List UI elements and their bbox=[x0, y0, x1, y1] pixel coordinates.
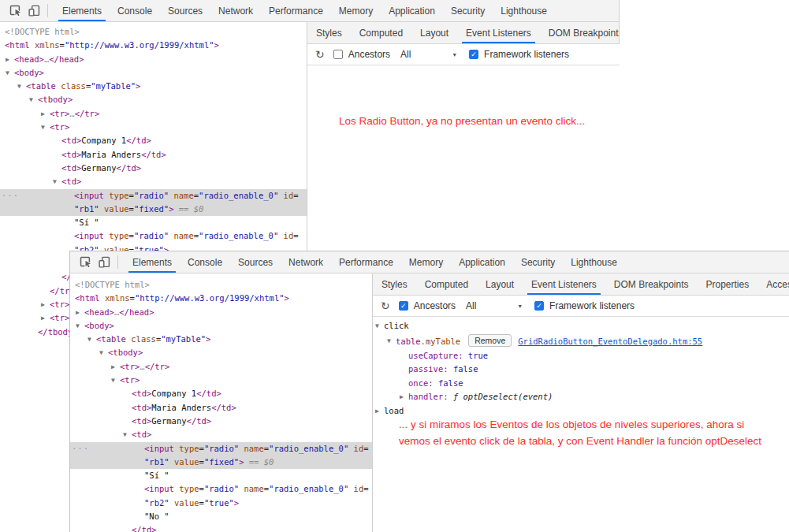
expand-arrow-down-icon[interactable]: ▼ bbox=[111, 374, 115, 387]
tab-performance[interactable]: Performance bbox=[261, 0, 331, 21]
expand-arrow-right-icon[interactable]: ▶ bbox=[76, 306, 80, 319]
refresh-icon[interactable]: ↻ bbox=[315, 49, 325, 60]
dom-tree-line[interactable]: ...<input type="radio" name="radio_enabl… bbox=[0, 189, 307, 203]
tab-lighthouse[interactable]: Lighthouse bbox=[563, 251, 625, 273]
source-link[interactable]: GridRadioButton_EventoDelegado.htm:55 bbox=[518, 337, 702, 346]
framework-listeners-checkbox[interactable] bbox=[469, 50, 478, 59]
expand-arrow-right-icon[interactable]: ▶ bbox=[375, 404, 379, 419]
dom-tree-line[interactable]: ...<input type="radio" name="radio_enabl… bbox=[70, 442, 372, 456]
dom-tree-line[interactable]: </td> bbox=[70, 523, 372, 532]
tab-console[interactable]: Console bbox=[180, 251, 230, 273]
expand-arrow-down-icon[interactable]: ▼ bbox=[387, 333, 391, 349]
side-tab-event-listeners[interactable]: Event Listeners bbox=[457, 22, 540, 43]
dom-tree-line[interactable]: "Sí " bbox=[70, 469, 372, 482]
tab-memory[interactable]: Memory bbox=[401, 251, 451, 273]
framework-listeners-checkbox[interactable] bbox=[534, 301, 544, 311]
dom-tree-line[interactable]: ▼<td> bbox=[0, 175, 307, 188]
refresh-icon[interactable]: ↻ bbox=[381, 300, 390, 311]
tab-elements[interactable]: Elements bbox=[125, 251, 180, 273]
tab-sources[interactable]: Sources bbox=[230, 251, 281, 273]
tab-elements[interactable]: Elements bbox=[54, 0, 110, 21]
expand-arrow-right-icon[interactable]: ▶ bbox=[6, 53, 9, 66]
device-toolbar-icon[interactable] bbox=[95, 253, 114, 272]
event-node-row[interactable]: ▼table.myTableRemoveGridRadioButton_Even… bbox=[373, 333, 789, 349]
expand-arrow-right-icon[interactable]: ▶ bbox=[41, 298, 45, 311]
dom-tree-line[interactable]: ▶<tr>…</tr> bbox=[0, 107, 307, 121]
expand-arrow-right-icon[interactable]: ▶ bbox=[41, 311, 45, 325]
dom-tree-line[interactable]: "Sí " bbox=[0, 216, 307, 229]
side-tab-dom-breakpoints[interactable]: DOM Breakpoints bbox=[605, 273, 698, 295]
dom-tree-line[interactable]: ▼<body> bbox=[0, 66, 307, 80]
side-tab-styles[interactable]: Styles bbox=[373, 273, 416, 295]
side-tab-properties[interactable]: Properties bbox=[698, 273, 758, 295]
event-filter-dropdown[interactable]: All ▼ bbox=[466, 300, 523, 311]
expand-arrow-down-icon[interactable]: ▼ bbox=[76, 319, 80, 333]
dom-tree-line[interactable]: <td>Company 1</td> bbox=[70, 387, 372, 400]
dom-tree-line[interactable]: ▼<tr> bbox=[70, 374, 372, 387]
tab-memory[interactable]: Memory bbox=[331, 0, 381, 21]
dom-tree-line[interactable]: ▶<tr>…</tr> bbox=[70, 360, 372, 374]
expand-arrow-down-icon[interactable]: ▼ bbox=[99, 346, 103, 359]
expand-arrow-down-icon[interactable]: ▼ bbox=[53, 175, 57, 188]
expand-arrow-down-icon[interactable]: ▼ bbox=[87, 333, 91, 346]
remove-listener-button[interactable]: Remove bbox=[468, 334, 512, 347]
side-tab-layout[interactable]: Layout bbox=[411, 22, 457, 43]
ancestors-checkbox[interactable] bbox=[399, 301, 408, 311]
dom-tree-line[interactable]: ▼<table class="myTable"> bbox=[70, 333, 372, 346]
tab-sources[interactable]: Sources bbox=[160, 0, 210, 21]
dom-tree-line[interactable]: "rb1" value="fixed"> == $0 bbox=[70, 456, 372, 469]
dom-tree-line[interactable]: ▼<tr> bbox=[0, 121, 307, 134]
tab-performance[interactable]: Performance bbox=[331, 251, 401, 273]
dom-tree-line[interactable]: <td>Maria Anders</td> bbox=[70, 401, 372, 415]
dom-tree-line[interactable]: ▼<tbody> bbox=[70, 346, 372, 359]
expand-arrow-down-icon[interactable]: ▼ bbox=[29, 93, 33, 106]
tab-network[interactable]: Network bbox=[281, 251, 331, 273]
dom-tree-line[interactable]: <html xmlns="http://www.w3.org/1999/xhtm… bbox=[0, 39, 307, 52]
tab-lighthouse[interactable]: Lighthouse bbox=[493, 0, 555, 21]
inspect-element-icon[interactable] bbox=[76, 253, 95, 272]
side-tab-layout[interactable]: Layout bbox=[477, 273, 523, 295]
dom-tree-line[interactable]: "No " bbox=[70, 510, 372, 523]
dom-tree-line[interactable]: ▶<head>…</head> bbox=[0, 53, 307, 66]
tab-application[interactable]: Application bbox=[451, 251, 513, 273]
dom-tree-line[interactable]: "rb1" value="fixed"> == $0 bbox=[0, 203, 307, 216]
expand-arrow-down-icon[interactable]: ▼ bbox=[375, 319, 379, 333]
side-tab-dom-breakpoints[interactable]: DOM Breakpoints bbox=[540, 22, 620, 43]
event-row-click[interactable]: ▼click bbox=[373, 319, 789, 333]
side-tab-event-listeners[interactable]: Event Listeners bbox=[523, 273, 605, 295]
side-tab-computed[interactable]: Computed bbox=[351, 22, 411, 43]
expand-arrow-down-icon[interactable]: ▼ bbox=[41, 121, 45, 134]
side-tab-styles[interactable]: Styles bbox=[307, 22, 351, 43]
tab-console[interactable]: Console bbox=[110, 0, 160, 21]
dom-tree-line[interactable]: "rb2" value="true"> bbox=[70, 497, 372, 510]
dom-tree-line[interactable]: <td>Germany</td> bbox=[70, 415, 372, 428]
event-prop-useCapture[interactable]: useCapture: true bbox=[373, 349, 789, 363]
tab-security[interactable]: Security bbox=[443, 0, 493, 21]
expand-arrow-right-icon[interactable]: ▶ bbox=[400, 390, 404, 404]
tab-application[interactable]: Application bbox=[381, 0, 443, 21]
expand-arrow-right-icon[interactable]: ▶ bbox=[41, 107, 45, 121]
tab-security[interactable]: Security bbox=[513, 251, 563, 273]
dom-tree-line[interactable]: ▼<tbody> bbox=[0, 93, 307, 106]
dom-tree-line[interactable]: <!DOCTYPE html> bbox=[0, 25, 307, 39]
device-toolbar-icon[interactable] bbox=[24, 2, 43, 20]
dom-tree-line[interactable]: ▶<head>…</head> bbox=[70, 306, 372, 319]
expand-arrow-down-icon[interactable]: ▼ bbox=[123, 428, 127, 441]
dom-tree-line[interactable]: ▼<body> bbox=[70, 319, 372, 333]
event-prop-handler[interactable]: ▶handler: ƒ optDeselect(event) bbox=[373, 390, 789, 404]
dom-tree-line[interactable]: <td>Germany</td> bbox=[0, 162, 307, 175]
dom-tree-line[interactable]: <input type="radio" name="radio_enable_0… bbox=[0, 229, 307, 243]
dom-tree-line[interactable]: <html xmlns="http://www.w3.org/1999/xhtm… bbox=[70, 292, 372, 305]
dom-tree-line[interactable]: <!DOCTYPE html> bbox=[70, 278, 372, 292]
expand-arrow-right-icon[interactable]: ▶ bbox=[111, 360, 115, 374]
tab-network[interactable]: Network bbox=[210, 0, 261, 21]
dom-tree-line[interactable]: <input type="radio" name="radio_enable_0… bbox=[70, 482, 372, 496]
dom-tree-line[interactable]: ▼<table class="myTable"> bbox=[0, 80, 307, 93]
dom-tree-line[interactable]: ▼<td> bbox=[70, 428, 372, 441]
dom-tree-line[interactable]: <td>Maria Anders</td> bbox=[0, 148, 307, 162]
side-tab-accessibility[interactable]: Accessibility bbox=[757, 273, 789, 295]
ancestors-checkbox[interactable] bbox=[333, 50, 343, 59]
event-prop-once[interactable]: once: false bbox=[373, 377, 789, 391]
expand-arrow-down-icon[interactable]: ▼ bbox=[6, 66, 9, 80]
event-filter-dropdown[interactable]: All ▼ bbox=[400, 49, 457, 60]
